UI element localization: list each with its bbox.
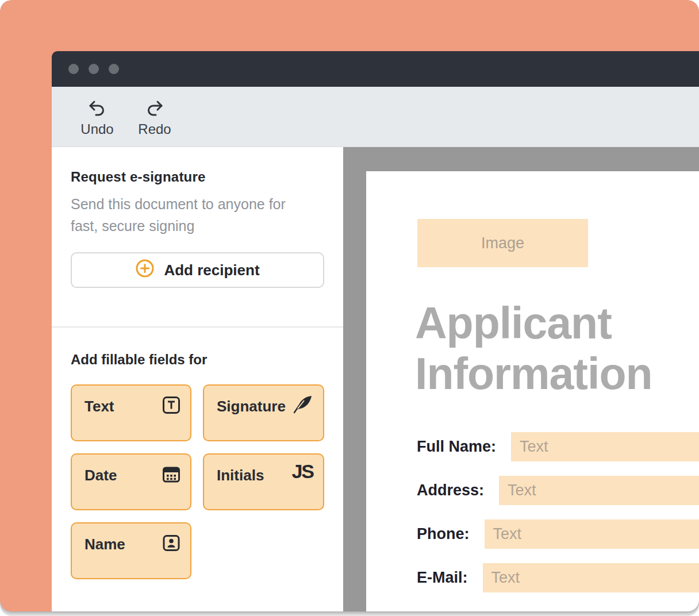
field-button-label: Signature xyxy=(217,398,286,415)
image-placeholder-field[interactable]: Image xyxy=(417,219,588,267)
form-row-address: Address: Text xyxy=(417,476,699,505)
add-recipient-button[interactable]: Add recipient xyxy=(71,252,324,288)
phone-field[interactable]: Text xyxy=(485,519,699,549)
signature-quill-icon xyxy=(292,394,314,418)
field-placeholder: Text xyxy=(508,482,536,499)
sidebar-divider xyxy=(52,326,343,328)
redo-icon xyxy=(145,99,164,118)
document-heading-line2: Information xyxy=(415,348,652,399)
field-placeholder: Text xyxy=(491,569,520,587)
sidebar-title: Request e-signature xyxy=(71,169,324,185)
form-label: Full Name: xyxy=(417,438,496,456)
calendar-icon xyxy=(162,464,181,486)
form-label: Phone: xyxy=(417,525,470,543)
text-field-icon xyxy=(162,395,181,417)
form-label: Address: xyxy=(417,482,484,499)
email-field[interactable]: Text xyxy=(483,563,699,592)
document-heading: Applicant Information xyxy=(415,298,652,399)
esignature-sidebar: Request e-signature Send this document t… xyxy=(52,147,343,611)
field-button-signature[interactable]: Signature xyxy=(203,384,324,441)
window-content: Request e-signature Send this document t… xyxy=(52,147,699,611)
id-badge-icon xyxy=(162,533,181,555)
browser-window: Undo Redo Request e-signature xyxy=(52,51,699,611)
marketing-card: Undo Redo Request e-signature xyxy=(0,0,699,616)
field-button-initials[interactable]: Initials JS xyxy=(203,453,324,510)
add-recipient-label: Add recipient xyxy=(164,261,259,279)
form-row-email: E-Mail: Text xyxy=(417,563,699,592)
document-canvas-area: Image Applicant Information Full Name: T… xyxy=(343,147,699,611)
toolbar: Undo Redo xyxy=(52,87,699,147)
field-button-label: Text xyxy=(85,398,114,415)
field-button-name[interactable]: Name xyxy=(71,522,191,579)
form-label: E-Mail: xyxy=(417,569,468,587)
window-control-dot[interactable] xyxy=(109,64,119,74)
document-page: Image Applicant Information Full Name: T… xyxy=(366,171,699,611)
title-bar xyxy=(52,51,699,87)
field-button-text[interactable]: Text xyxy=(71,384,191,441)
form-row-phone: Phone: Text xyxy=(417,519,699,549)
window-control-dot[interactable] xyxy=(89,64,99,74)
add-plus-icon xyxy=(135,259,155,282)
initials-monogram-icon: JS xyxy=(291,460,313,483)
document-heading-line1: Applicant xyxy=(415,298,652,348)
undo-icon xyxy=(87,99,107,118)
field-button-label: Name xyxy=(85,536,125,553)
full-name-field[interactable]: Text xyxy=(511,432,699,461)
redo-label: Redo xyxy=(138,121,171,137)
sidebar-subtitle: Send this document to anyone for fast, s… xyxy=(71,193,324,237)
document-form: Full Name: Text Address: Text xyxy=(417,432,699,607)
fillable-fields-heading: Add fillable fields for xyxy=(71,352,207,368)
undo-button[interactable]: Undo xyxy=(79,87,115,147)
field-button-date[interactable]: Date xyxy=(71,453,191,510)
window-control-dot[interactable] xyxy=(68,64,79,74)
image-placeholder-label: Image xyxy=(481,234,524,252)
field-placeholder: Text xyxy=(493,525,522,543)
salmon-frame: Undo Redo Request e-signature xyxy=(0,0,699,611)
sidebar-subtitle-line2: fast, secure signing xyxy=(71,215,324,237)
field-button-label: Date xyxy=(85,467,117,484)
redo-button[interactable]: Redo xyxy=(137,87,172,147)
address-field[interactable]: Text xyxy=(499,476,699,505)
fillable-fields-grid: Text Signature xyxy=(71,384,324,579)
field-button-label: Initials xyxy=(217,467,264,484)
form-row-full-name: Full Name: Text xyxy=(417,432,699,461)
field-placeholder: Text xyxy=(520,438,548,456)
undo-label: Undo xyxy=(80,121,113,137)
sidebar-subtitle-line1: Send this document to anyone for xyxy=(71,193,324,215)
